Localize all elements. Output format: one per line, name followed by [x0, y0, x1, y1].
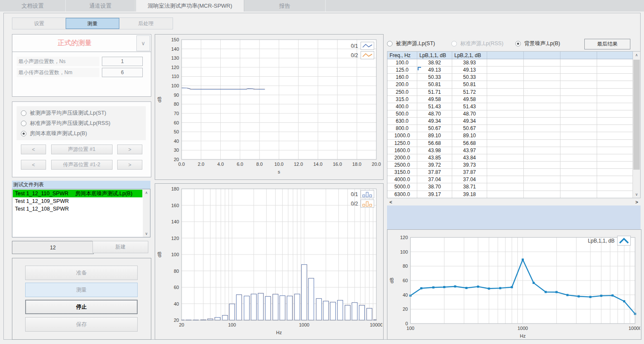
table-cell[interactable]	[560, 125, 597, 132]
table-cell[interactable]: 1600.0	[387, 147, 417, 154]
table-cell[interactable]	[560, 59, 597, 66]
table-cell[interactable]	[560, 162, 597, 169]
table-cell[interactable]: 49.58	[452, 96, 487, 103]
table-vscrollbar[interactable]: ∧ ∨	[633, 52, 640, 198]
table-cell[interactable]: 39.17	[417, 191, 452, 198]
table-cell[interactable]	[560, 66, 597, 74]
table-cell[interactable]: 56.68	[417, 140, 452, 147]
table-cell[interactable]	[597, 96, 633, 103]
table-cell[interactable]	[487, 74, 524, 81]
table-cell[interactable]	[524, 74, 560, 81]
table-cell[interactable]	[597, 140, 633, 147]
new-test-button[interactable]: 新建	[92, 241, 148, 253]
table-cell[interactable]	[487, 89, 524, 96]
table-cell[interactable]	[560, 169, 597, 176]
table-cell[interactable]	[560, 154, 597, 162]
table-cell[interactable]: 38.92	[417, 59, 452, 66]
table-cell[interactable]	[524, 183, 560, 191]
table-cell[interactable]	[487, 96, 524, 103]
table-cell[interactable]	[524, 125, 560, 132]
table-cell[interactable]: 48.70	[452, 110, 487, 118]
table-cell[interactable]	[597, 81, 633, 88]
table-header-cell[interactable]: LpB,1,1, dB	[417, 52, 452, 59]
source-position-button[interactable]: 声源位置 #1	[51, 145, 113, 154]
legend-item-ch2[interactable]: 0/2	[351, 199, 374, 208]
table-cell[interactable]	[487, 118, 524, 125]
table-cell[interactable]	[524, 110, 560, 118]
table-cell[interactable]	[560, 96, 597, 103]
table-cell[interactable]	[487, 162, 524, 169]
table-cell[interactable]	[487, 147, 524, 154]
table-cell[interactable]: 51.72	[452, 89, 487, 96]
table-cell[interactable]	[597, 169, 633, 176]
table-cell[interactable]: 38.93	[452, 59, 487, 66]
table-cell[interactable]: 56.68	[452, 140, 487, 147]
table-cell[interactable]	[560, 118, 597, 125]
table-cell[interactable]: 49.13	[452, 66, 487, 74]
table-cell[interactable]: 6300.0	[387, 191, 417, 198]
table-cell[interactable]	[597, 89, 633, 96]
scroll-up-icon[interactable]: ∧	[633, 52, 640, 58]
tab-channel-settings[interactable]: 通道设置	[66, 0, 136, 12]
file-list-scrollbar[interactable]: ∧ ∨	[143, 189, 150, 237]
table-cell[interactable]: 43.97	[452, 147, 487, 154]
table-cell[interactable]	[524, 59, 560, 66]
table-cell[interactable]	[524, 140, 560, 147]
table-cell[interactable]	[487, 66, 524, 74]
list-item[interactable]: Test 1_12_108_SPWR	[13, 205, 142, 213]
save-button[interactable]: 保存	[25, 317, 138, 332]
table-cell[interactable]	[524, 147, 560, 154]
table-cell[interactable]	[560, 81, 597, 88]
table-cell[interactable]	[524, 162, 560, 169]
table-cell[interactable]	[487, 176, 524, 183]
test-count-button[interactable]: 12	[12, 241, 94, 254]
table-cell[interactable]	[560, 132, 597, 139]
table-cell[interactable]: 49.58	[417, 96, 452, 103]
table-cell[interactable]: 49.34	[417, 118, 452, 125]
scroll-down-icon[interactable]: ∨	[143, 230, 150, 237]
table-cell[interactable]: 43.85	[417, 154, 452, 162]
table-cell[interactable]	[597, 132, 633, 139]
table-cell[interactable]	[487, 132, 524, 139]
table-cell[interactable]	[524, 89, 560, 96]
table-cell[interactable]	[487, 81, 524, 88]
table-cell[interactable]	[524, 103, 560, 110]
table-cell[interactable]: 37.87	[452, 169, 487, 176]
table-cell[interactable]	[560, 103, 597, 110]
table-cell[interactable]: 39.18	[452, 191, 487, 198]
table-cell[interactable]: 51.43	[452, 103, 487, 110]
table-cell[interactable]	[560, 140, 597, 147]
table-cell[interactable]	[524, 66, 560, 74]
legend-item-lpb[interactable]: LpB,1,1, dB	[588, 236, 631, 246]
legend-item-ch1[interactable]: 0/1	[351, 190, 374, 198]
scroll-down-icon[interactable]: ∨	[633, 191, 640, 198]
table-cell[interactable]	[524, 81, 560, 88]
table-cell[interactable]: 43.98	[417, 147, 452, 154]
table-cell[interactable]	[597, 118, 633, 125]
table-cell[interactable]	[487, 154, 524, 162]
table-cell[interactable]	[597, 66, 633, 74]
table-cell[interactable]: 51.43	[417, 103, 452, 110]
table-cell[interactable]: 39.72	[417, 162, 452, 169]
table-cell[interactable]	[487, 59, 524, 66]
table-cell[interactable]	[597, 110, 633, 118]
table-header-cell[interactable]	[560, 52, 597, 59]
chevron-down-icon[interactable]: ∨	[136, 35, 150, 51]
line-series-icon[interactable]	[361, 42, 374, 50]
table-cell[interactable]: 2000.0	[387, 154, 417, 162]
table-cell[interactable]: 1000.0	[387, 132, 417, 139]
min-source-positions-input[interactable]: 1	[102, 57, 143, 66]
table-cell[interactable]	[560, 176, 597, 183]
tab-report[interactable]: 报告	[244, 0, 326, 12]
table-hscrollbar[interactable]: < >	[387, 198, 641, 205]
table-cell[interactable]: 48.70	[417, 110, 452, 118]
table-cell[interactable]	[597, 59, 633, 66]
table-cell[interactable]: 50.81	[417, 81, 452, 88]
table-cell[interactable]	[524, 176, 560, 183]
table-cell[interactable]	[560, 183, 597, 191]
table-cell[interactable]: 37.04	[452, 176, 487, 183]
table-cell[interactable]	[487, 125, 524, 132]
scroll-left-icon[interactable]: <	[387, 199, 395, 205]
table-cell[interactable]: 125.0	[387, 66, 417, 74]
legend-item-ch1[interactable]: 0/1	[351, 42, 374, 50]
